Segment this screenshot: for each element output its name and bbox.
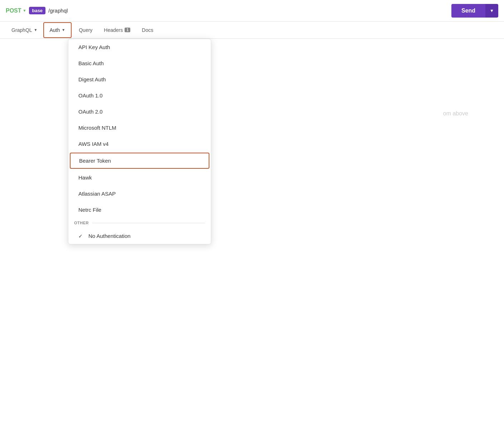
- bearer-token-label: Bearer Token: [79, 158, 111, 164]
- method-label: POST: [6, 8, 21, 14]
- dropdown-item-digest-auth[interactable]: Digest Auth: [68, 71, 211, 87]
- background-hint-text: om above: [443, 110, 468, 117]
- dropdown-item-microsoft-ntlm[interactable]: Microsoft NTLM: [68, 120, 211, 136]
- tab-graphql-label: GraphQL: [11, 27, 32, 33]
- dropdown-item-api-key[interactable]: API Key Auth: [68, 39, 211, 55]
- no-auth-label: No Authentication: [88, 233, 131, 239]
- microsoft-ntlm-label: Microsoft NTLM: [78, 125, 116, 131]
- tab-graphql[interactable]: GraphQL ▼: [6, 23, 43, 37]
- dropdown-item-no-authentication[interactable]: ✓ No Authentication: [68, 228, 211, 244]
- send-button[interactable]: Send: [451, 4, 485, 18]
- oauth1-label: OAuth 1.0: [78, 92, 103, 99]
- basic-auth-label: Basic Auth: [78, 60, 104, 66]
- dropdown-item-oauth2[interactable]: OAuth 2.0: [68, 104, 211, 120]
- tab-docs-label: Docs: [142, 27, 153, 33]
- tab-bar: GraphQL ▼ Auth ▼ Query Headers 1 Docs: [0, 21, 504, 39]
- send-dropdown-button[interactable]: ▼: [485, 4, 498, 18]
- dropdown-item-aws-iam[interactable]: AWS IAM v4: [68, 136, 211, 152]
- send-chevron-icon: ▼: [490, 8, 494, 13]
- tab-query-label: Query: [79, 27, 92, 33]
- url-bar: POST ▼ base /graphql Send ▼: [0, 0, 504, 21]
- url-input[interactable]: /graphql: [48, 8, 449, 14]
- no-auth-checkmark: ✓: [78, 233, 85, 239]
- tab-auth-label: Auth: [50, 27, 60, 33]
- auth-dropdown: API Key Auth Basic Auth Digest Auth OAut…: [68, 39, 211, 244]
- method-chevron: ▼: [23, 9, 26, 13]
- dropdown-item-atlassian-asap[interactable]: Atlassian ASAP: [68, 186, 211, 202]
- hawk-label: Hawk: [78, 174, 92, 181]
- dropdown-item-basic-auth[interactable]: Basic Auth: [68, 55, 211, 71]
- headers-badge: 1: [125, 28, 130, 32]
- other-section-divider: OTHER: [68, 218, 211, 228]
- dropdown-item-oauth1[interactable]: OAuth 1.0: [68, 87, 211, 104]
- tab-docs[interactable]: Docs: [136, 23, 159, 37]
- netrc-file-label: Netrc File: [78, 207, 101, 213]
- dropdown-item-hawk[interactable]: Hawk: [68, 169, 211, 186]
- send-button-group: Send ▼: [451, 4, 498, 18]
- dropdown-item-bearer-token[interactable]: Bearer Token: [70, 153, 209, 169]
- atlassian-asap-label: Atlassian ASAP: [78, 191, 116, 197]
- api-key-label: API Key Auth: [78, 44, 110, 50]
- digest-auth-label: Digest Auth: [78, 76, 106, 82]
- aws-iam-label: AWS IAM v4: [78, 141, 108, 147]
- tab-headers-label: Headers: [104, 27, 123, 33]
- main-content: om above API Key Auth Basic Auth Digest …: [0, 39, 504, 445]
- base-environment-badge[interactable]: base: [29, 7, 45, 14]
- tab-headers[interactable]: Headers 1: [98, 23, 136, 37]
- tab-query[interactable]: Query: [73, 23, 98, 37]
- method-selector[interactable]: POST ▼: [6, 8, 26, 14]
- other-label: OTHER: [74, 221, 89, 225]
- tab-graphql-chevron: ▼: [34, 28, 38, 32]
- tab-auth[interactable]: Auth ▼: [43, 22, 72, 38]
- dropdown-item-netrc-file[interactable]: Netrc File: [68, 202, 211, 218]
- divider-line: [92, 223, 205, 223]
- tab-auth-chevron: ▼: [62, 28, 65, 32]
- oauth2-label: OAuth 2.0: [78, 109, 103, 115]
